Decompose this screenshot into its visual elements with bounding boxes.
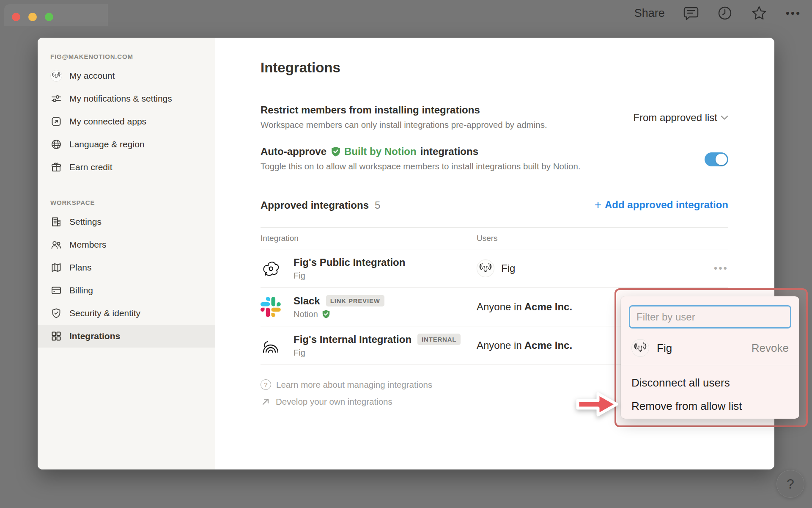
comment-icon[interactable] xyxy=(683,6,699,20)
sidebar-item-earn-credit[interactable]: Earn credit xyxy=(38,156,215,179)
credit-card-icon xyxy=(50,284,62,296)
built-by-notion-badge: Built by Notion xyxy=(330,146,417,157)
col-integration: Integration xyxy=(261,234,477,243)
slack-logo-icon xyxy=(261,297,281,317)
auto-approve-section: Auto-approve Built by Notion integration… xyxy=(261,146,728,173)
revoke-button[interactable]: Revoke xyxy=(752,342,789,355)
fig-avatar xyxy=(631,339,649,357)
sidebar-item-plans[interactable]: Plans xyxy=(38,256,215,279)
restrict-title: Restrict members from installing integra… xyxy=(261,104,547,116)
integration-name: Fig's Internal Integration xyxy=(294,334,411,345)
map-icon xyxy=(50,262,62,273)
user-menu-popup: Fig Revoke Disconnect all users Remove f… xyxy=(621,296,799,419)
arrow-up-right-square-icon xyxy=(50,116,62,127)
integration-name: Fig's Public Integration xyxy=(294,257,405,268)
integration-owner: Fig xyxy=(294,348,305,358)
auto-approve-description: Toggle this on to allow all workspace me… xyxy=(261,160,581,173)
clock-icon[interactable] xyxy=(717,6,732,21)
col-users: Users xyxy=(477,234,703,243)
users-workspace: Acme Inc. xyxy=(524,301,572,313)
workspace-header: WORKSPACE xyxy=(38,199,215,206)
sidebar-item-notifications[interactable]: My notifications & settings xyxy=(38,87,215,110)
more-options-icon[interactable]: ••• xyxy=(786,7,801,20)
account-email-header: FIG@MAKENOTION.COM xyxy=(38,53,215,60)
auto-approve-title: Auto-approve Built by Notion integration… xyxy=(261,146,581,157)
restrict-dropdown[interactable]: From approved list xyxy=(633,112,728,124)
link-preview-badge: LINK PREVIEW xyxy=(326,295,384,306)
settings-sidebar: FIG@MAKENOTION.COM My account My notific… xyxy=(38,38,215,469)
topbar-actions: Share ••• xyxy=(634,0,801,26)
approved-integrations-title: Approved integrations xyxy=(261,199,369,211)
help-button[interactable]: ? xyxy=(776,470,804,498)
divider xyxy=(261,87,728,87)
table-row: Fig's Public Integration Fig Fig ••• xyxy=(261,249,728,288)
approved-count: 5 xyxy=(375,199,380,211)
sidebar-item-billing[interactable]: Billing xyxy=(38,279,215,302)
zoom-window-button[interactable] xyxy=(45,13,53,21)
share-button[interactable]: Share xyxy=(634,7,665,20)
fig-avatar xyxy=(50,70,62,82)
popup-user-row: Fig Revoke xyxy=(629,339,791,357)
integration-owner: Notion xyxy=(294,309,318,319)
filter-by-user-input[interactable] xyxy=(629,305,791,329)
integration-name: Slack xyxy=(294,295,320,307)
page-title: Integrations xyxy=(261,60,728,76)
arches-doodle-icon xyxy=(261,335,281,356)
building-icon xyxy=(50,216,62,228)
approved-header-row: Approved integrations 5 + Add approved i… xyxy=(261,199,728,211)
sidebar-item-members[interactable]: Members xyxy=(38,233,215,256)
sidebar-item-language-region[interactable]: Language & region xyxy=(38,133,215,156)
sliders-icon xyxy=(50,93,62,105)
auto-approve-toggle[interactable] xyxy=(705,152,728,166)
globe-icon xyxy=(50,138,62,150)
sidebar-item-settings[interactable]: Settings xyxy=(38,210,215,233)
menu-item-disconnect-all-users[interactable]: Disconnect all users xyxy=(631,371,789,395)
gift-icon xyxy=(50,161,62,173)
shield-check-icon xyxy=(50,307,62,319)
internal-badge: INTERNAL xyxy=(417,334,461,345)
users-value: Anyone in xyxy=(477,301,522,313)
row-more-menu-icon[interactable]: ••• xyxy=(703,262,728,274)
plus-icon: + xyxy=(595,201,601,209)
restrict-description: Workspace members can only install integ… xyxy=(261,118,547,131)
users-value: Anyone in xyxy=(477,340,522,351)
users-value: Fig xyxy=(501,262,515,274)
popup-user-name: Fig xyxy=(657,342,744,355)
star-icon[interactable] xyxy=(751,6,767,21)
menu-item-remove-from-allow-list[interactable]: Remove from allow list xyxy=(631,395,789,418)
chevron-down-icon xyxy=(721,115,728,120)
integration-owner: Fig xyxy=(294,271,305,281)
sidebar-item-connected-apps[interactable]: My connected apps xyxy=(38,110,215,133)
restrict-section: Restrict members from installing integra… xyxy=(261,104,728,131)
grid-icon xyxy=(50,330,62,342)
question-circle-icon: ? xyxy=(261,379,271,390)
verified-shield-icon xyxy=(330,146,341,157)
toggle-knob xyxy=(716,154,727,165)
sidebar-item-integrations[interactable]: Integrations xyxy=(38,325,215,348)
red-arrow-annotation xyxy=(575,390,619,419)
add-approved-integration-button[interactable]: + Add approved integration xyxy=(595,199,728,211)
arrow-up-right-icon xyxy=(261,397,271,407)
scribble-doodle-icon xyxy=(261,258,281,279)
close-window-button[interactable] xyxy=(12,13,20,21)
sidebar-item-my-account[interactable]: My account xyxy=(38,64,215,87)
verified-shield-icon xyxy=(321,309,331,319)
fig-avatar xyxy=(477,260,494,277)
people-icon xyxy=(50,239,62,251)
minimize-window-button[interactable] xyxy=(28,13,37,21)
table-header: Integration Users xyxy=(261,227,728,249)
users-workspace: Acme Inc. xyxy=(524,340,572,351)
sidebar-item-security[interactable]: Security & identity xyxy=(38,302,215,325)
